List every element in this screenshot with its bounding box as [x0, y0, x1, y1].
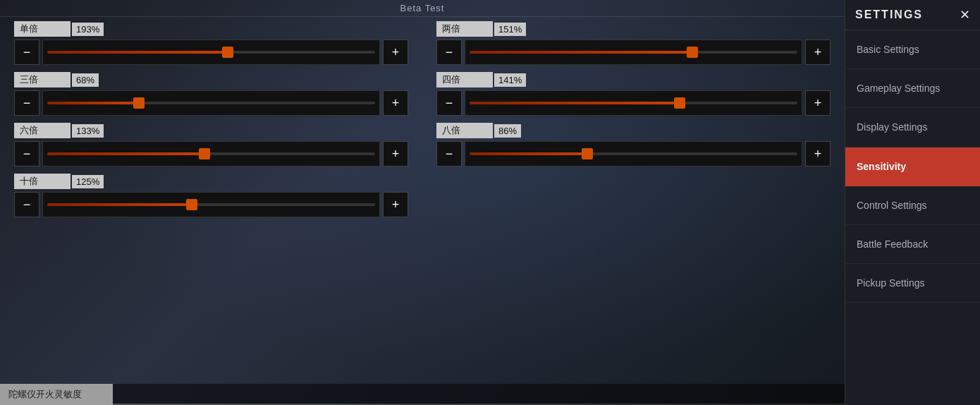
slider-group-单倍: 单倍 193% − + [14, 21, 408, 65]
slider-value: 133% [72, 124, 104, 138]
slider-decrease-btn[interactable]: − [436, 141, 462, 167]
slider-track [470, 152, 797, 155]
sidebar-item-basic-settings[interactable]: Basic Settings [845, 30, 980, 69]
slider-control-row: − + [14, 192, 408, 217]
slider-fill [470, 51, 692, 54]
slider-group-十倍: 十倍 125% − + [14, 174, 408, 217]
slider-label: 十倍 [14, 174, 71, 189]
slider-fill [470, 102, 680, 104]
slider-label-row: 单倍 193% [14, 21, 408, 37]
slider-control-row: − + [436, 141, 831, 167]
slider-thumb [687, 47, 698, 58]
slider-track-container[interactable] [42, 192, 380, 217]
slider-increase-btn[interactable]: + [383, 141, 408, 167]
slider-value: 68% [72, 73, 99, 87]
slider-thumb [186, 199, 197, 210]
slider-label: 两倍 [436, 21, 493, 37]
slider-track-container[interactable] [42, 90, 380, 116]
slider-thumb [582, 148, 593, 159]
sidebar-header: SETTINGS ✕ [845, 0, 980, 30]
slider-group-八倍: 八倍 86% − + [436, 123, 831, 167]
slider-control-row: − + [14, 40, 408, 65]
slider-group-四倍: 四倍 141% − + [436, 72, 831, 116]
slider-value: 193% [72, 23, 104, 36]
slider-track-container[interactable] [465, 40, 802, 65]
slider-thumb [674, 97, 685, 109]
sidebar-menu: Basic SettingsGameplay SettingsDisplay S… [845, 30, 980, 303]
slider-increase-btn[interactable]: + [805, 40, 831, 65]
slider-fill [47, 102, 139, 104]
close-icon[interactable]: ✕ [960, 7, 970, 23]
sidebar-item-display-settings[interactable]: Display Settings [845, 108, 980, 147]
sidebar-item-pickup-settings[interactable]: Pickup Settings [845, 264, 980, 303]
slider-label-row: 两倍 151% [436, 21, 831, 37]
slider-value: 125% [72, 175, 104, 188]
slider-track [47, 51, 375, 54]
slider-fill [47, 152, 204, 155]
main-content: Beta Test 单倍 193% − + 两倍 [0, 0, 845, 405]
slider-increase-btn[interactable]: + [383, 90, 408, 116]
slider-control-row: − + [14, 141, 408, 167]
slider-group-六倍: 六倍 133% − + [14, 123, 408, 167]
slider-label: 六倍 [14, 123, 71, 138]
slider-value: 86% [494, 124, 521, 138]
sidebar-title: SETTINGS [855, 8, 923, 21]
slider-label-row: 十倍 125% [14, 174, 408, 189]
sliders-area: 单倍 193% − + 两倍 151% − [0, 0, 845, 224]
slider-decrease-btn[interactable]: − [14, 141, 39, 167]
slider-track-container[interactable] [465, 90, 802, 116]
slider-thumb [222, 47, 233, 58]
sidebar-item-control-settings[interactable]: Control Settings [845, 186, 980, 225]
slider-label-row: 八倍 86% [436, 123, 831, 138]
slider-increase-btn[interactable]: + [805, 141, 831, 167]
sidebar-item-sensitivity[interactable]: Sensitivity [845, 147, 980, 186]
slider-track-container[interactable] [42, 141, 380, 167]
slider-track-container[interactable] [42, 40, 380, 65]
slider-label-row: 四倍 141% [436, 72, 831, 87]
sidebar-item-battle-feedback[interactable]: Battle Feedback [845, 225, 980, 264]
slider-track [47, 102, 375, 104]
slider-increase-btn[interactable]: + [383, 40, 408, 65]
slider-track [47, 203, 375, 206]
slider-group-两倍: 两倍 151% − + [436, 21, 831, 65]
slider-track [47, 152, 375, 155]
sidebar: SETTINGS ✕ Basic SettingsGameplay Settin… [845, 0, 980, 405]
slider-label: 三倍 [14, 72, 71, 87]
slider-decrease-btn[interactable]: − [14, 90, 39, 116]
slider-label-row: 三倍 68% [14, 72, 408, 87]
slider-thumb [199, 148, 210, 159]
slider-track [470, 51, 797, 54]
slider-control-row: − + [14, 90, 408, 116]
slider-label: 四倍 [436, 72, 493, 87]
slider-fill [47, 203, 192, 206]
slider-group-三倍: 三倍 68% − + [14, 72, 408, 116]
slider-value: 151% [494, 23, 526, 36]
bottom-label-text: 陀螺仪开火灵敏度 [0, 384, 113, 405]
slider-label: 单倍 [14, 21, 71, 37]
slider-label: 八倍 [436, 123, 493, 138]
slider-fill [470, 152, 587, 155]
slider-value: 141% [494, 73, 526, 87]
slider-thumb [133, 97, 145, 109]
slider-control-row: − + [436, 90, 831, 116]
slider-decrease-btn[interactable]: − [14, 40, 39, 65]
slider-track-container[interactable] [465, 141, 802, 167]
slider-increase-btn[interactable]: + [383, 192, 408, 217]
bottom-label-bar: 陀螺仪开火灵敏度 [0, 384, 845, 405]
slider-track [470, 102, 797, 104]
slider-control-row: − + [436, 40, 831, 65]
slider-decrease-btn[interactable]: − [436, 90, 462, 116]
slider-decrease-btn[interactable]: − [436, 40, 462, 65]
slider-fill [47, 51, 228, 54]
slider-label-row: 六倍 133% [14, 123, 408, 138]
slider-decrease-btn[interactable]: − [14, 192, 39, 217]
sidebar-item-gameplay-settings[interactable]: Gameplay Settings [845, 69, 980, 108]
slider-increase-btn[interactable]: + [805, 90, 831, 116]
